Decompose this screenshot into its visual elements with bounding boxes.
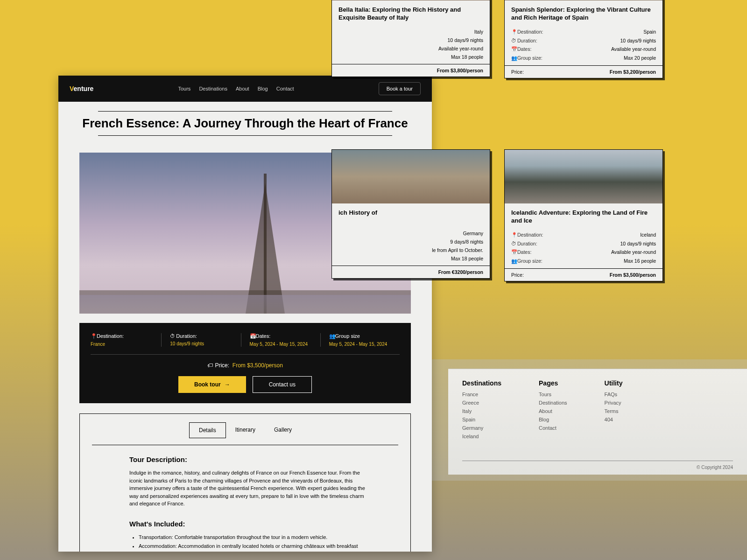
nav-contact[interactable]: Contact <box>276 86 294 91</box>
card-title: Bella Italia: Exploring the Rich History… <box>338 6 483 22</box>
nav-about[interactable]: About <box>236 86 249 91</box>
clock-icon: ⏱ <box>511 38 516 43</box>
group-icon: 👥 <box>511 55 516 61</box>
footer-link-tours[interactable]: Tours <box>539 392 567 397</box>
footer-link-blog[interactable]: Blog <box>539 417 567 422</box>
card-dest: Iceland <box>640 232 656 238</box>
footer-link-iceland[interactable]: Iceland <box>462 434 501 439</box>
card-dest: Germany <box>463 231 483 236</box>
card-dates: le from April to October. <box>432 247 483 253</box>
clock-icon: ⏱ <box>511 241 516 246</box>
price-row: 🏷 Price: From $3,500/person <box>91 362 400 369</box>
footer-link-italy[interactable]: Italy <box>462 408 501 414</box>
footer-link-spain[interactable]: Spain <box>462 417 501 422</box>
footer-link-terms[interactable]: Terms <box>605 408 623 414</box>
info-duration: ⏱Duration: 10 days/9 nights <box>161 333 240 347</box>
tab-itinerary[interactable]: Itinerary <box>226 422 265 438</box>
card-dur: 10 days/9 nights <box>448 37 483 43</box>
footer-pages: Pages Tours Destinations About Blog Cont… <box>539 379 567 442</box>
tour-info-bar: 📍Destination: France ⏱Duration: 10 days/… <box>79 323 411 403</box>
nav-tours[interactable]: Tours <box>178 86 190 91</box>
footer-link-faqs[interactable]: FAQs <box>605 392 623 397</box>
book-tour-button[interactable]: Book a tour <box>379 82 421 95</box>
footer-heading: Utility <box>605 379 623 387</box>
tab-gallery[interactable]: Gallery <box>265 422 301 438</box>
nav-links: Tours Destinations About Blog Contact <box>178 86 294 91</box>
top-nav: Venture Tours Destinations About Blog Co… <box>58 76 432 102</box>
card-price: From €3200/person <box>438 269 483 275</box>
card-dest: Spain <box>643 29 656 35</box>
card-price: From $3,200/person <box>610 69 656 75</box>
card-dates: Available year-round <box>611 249 656 255</box>
card-dur: 9 days/8 nights <box>450 239 483 245</box>
tour-detail-page: Venture Tours Destinations About Blog Co… <box>58 76 432 552</box>
card-price: From $3,500/person <box>610 272 656 278</box>
card-title: Spanish Splendor: Exploring the Vibrant … <box>511 6 656 22</box>
tour-card-spain[interactable]: Spanish Splendor: Exploring the Vibrant … <box>504 0 663 78</box>
card-title: Icelandic Adventure: Exploring the Land … <box>511 209 656 225</box>
card-image <box>505 150 662 203</box>
book-tour-cta[interactable]: Book tour→ <box>178 376 246 393</box>
group-icon: 👥 <box>329 333 334 339</box>
tour-card-iceland[interactable]: Icelandic Adventure: Exploring the Land … <box>504 149 663 281</box>
card-dates: Available year-round <box>438 46 483 51</box>
footer: Destinations France Greece Italy Spain G… <box>448 369 747 475</box>
info-dates: 📅Dates: May 5, 2024 - May 15, 2024 <box>241 333 320 347</box>
tag-icon: 🏷 <box>207 362 212 369</box>
tour-card-italy[interactable]: Bella Italia: Exploring the Rich History… <box>331 0 490 77</box>
footer-link-germany[interactable]: Germany <box>462 425 501 431</box>
logo-text: enture <box>74 85 94 92</box>
page-title-block: French Essence: A Journey Through the He… <box>58 102 432 142</box>
card-group: Max 18 people <box>451 256 483 261</box>
arrow-icon: → <box>225 381 230 388</box>
hr-top <box>98 111 392 112</box>
tab-details[interactable]: Details <box>189 422 226 438</box>
included-item: Transportation: Comfortable transportati… <box>139 533 370 542</box>
footer-link-contact[interactable]: Contact <box>539 425 567 431</box>
copyright: © Copyright 2024 <box>462 465 733 470</box>
content-box: Details Itinerary Gallery Tour Descripti… <box>79 413 411 552</box>
footer-link-greece[interactable]: Greece <box>462 400 501 406</box>
page-title: French Essence: A Journey Through the He… <box>77 116 413 131</box>
calendar-icon: 📅 <box>511 46 516 52</box>
included-list: Transportation: Comfortable transportati… <box>139 533 370 552</box>
card-dur: 10 days/9 nights <box>620 38 656 43</box>
card-group: Max 20 people <box>624 55 656 61</box>
tour-description-heading: Tour Description: <box>129 455 398 463</box>
pin-icon: 📍 <box>91 333 95 339</box>
logo[interactable]: Venture <box>70 85 93 92</box>
card-group: Max 16 people <box>624 258 656 264</box>
nav-blog[interactable]: Blog <box>258 86 268 91</box>
footer-link-france[interactable]: France <box>462 392 501 397</box>
footer-link-about[interactable]: About <box>539 408 567 414</box>
nav-destinations[interactable]: Destinations <box>199 86 227 91</box>
hr-bottom <box>98 135 392 136</box>
footer-heading: Pages <box>539 379 567 387</box>
card-dur: 10 days/9 nights <box>620 241 656 246</box>
footer-utility: Utility FAQs Privacy Terms 404 <box>605 379 623 442</box>
included-item: Accommodation: Accommodation in centrall… <box>139 542 370 552</box>
footer-link-privacy[interactable]: Privacy <box>605 400 623 406</box>
card-title: ich History of <box>338 209 483 217</box>
calendar-icon: 📅 <box>511 249 516 255</box>
footer-link-destinations[interactable]: Destinations <box>539 400 567 406</box>
tour-description-text: Indulge in the romance, history, and cul… <box>129 469 370 508</box>
footer-heading: Destinations <box>462 379 501 387</box>
card-dates: Available year-round <box>611 46 656 52</box>
footer-link-404[interactable]: 404 <box>605 417 623 422</box>
logo-v: V <box>70 85 74 92</box>
calendar-icon: 📅 <box>250 333 254 339</box>
info-destination: 📍Destination: France <box>91 333 161 347</box>
clock-icon: ⏱ <box>170 333 175 339</box>
tour-card-germany[interactable]: ich History of Germany 9 days/8 nights l… <box>331 149 490 279</box>
contact-us-button[interactable]: Contact us <box>253 376 312 393</box>
pin-icon: 📍 <box>511 29 516 35</box>
footer-destinations: Destinations France Greece Italy Spain G… <box>462 379 501 442</box>
info-group: 👥Group size May 5, 2024 - May 15, 2024 <box>320 333 400 347</box>
pin-icon: 📍 <box>511 232 516 238</box>
group-icon: 👥 <box>511 258 516 264</box>
card-group: Max 18 people <box>451 54 483 60</box>
content-tabs: Details Itinerary Gallery <box>92 414 398 445</box>
card-dest: Italy <box>474 29 483 35</box>
card-image <box>332 150 490 203</box>
